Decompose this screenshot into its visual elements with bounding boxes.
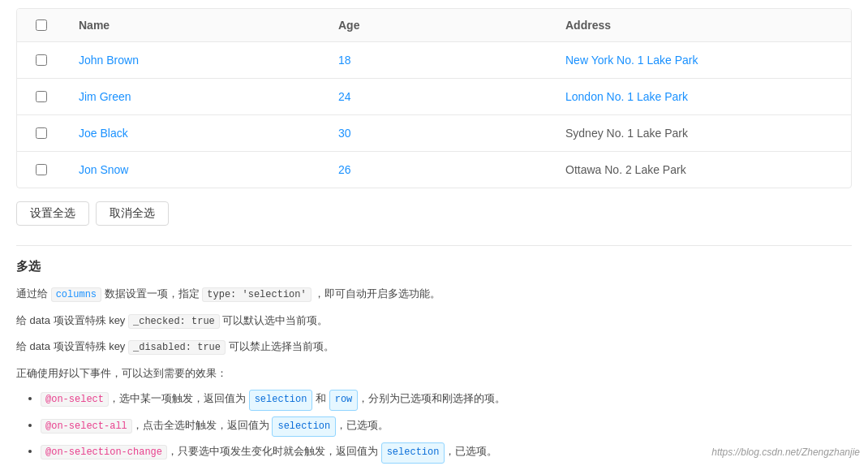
desc-para2-key: _checked: true <box>128 314 220 329</box>
header-checkbox-cell <box>17 9 66 42</box>
row-name: Joe Black <box>66 115 325 152</box>
row-name: Jon Snow <box>66 152 325 188</box>
table-row: Jon Snow26Ottawa No. 2 Lake Park <box>17 152 851 188</box>
row-age: 30 <box>325 115 552 152</box>
event-list-item: @on-select-all，点击全选时触发，返回值为 selection，已选… <box>41 416 852 438</box>
desc-para3-prefix: 给 data 项设置特殊 key <box>16 340 125 352</box>
row-name: Jim Green <box>66 79 325 115</box>
row-checkbox[interactable] <box>36 91 47 102</box>
desc-para1-type: type: 'selection' <box>202 287 311 302</box>
event-value: selection <box>272 416 336 438</box>
row-checkbox[interactable] <box>36 54 47 66</box>
desc-para3: 给 data 项设置特殊 key _disabled: true 可以禁止选择当… <box>16 337 852 357</box>
desc-para1: 通过给 columns 数据设置一项，指定 type: 'selection' … <box>16 284 852 304</box>
header-address: Address <box>552 9 851 42</box>
table-row: Joe Black30Sydney No. 1 Lake Park <box>17 115 851 152</box>
button-row: 设置全选 取消全选 <box>16 201 852 226</box>
event-tag: @on-select-all <box>41 419 132 434</box>
desc-para1-suffix: ，即可自动开启多选功能。 <box>314 287 440 300</box>
event-value2: row <box>329 390 359 411</box>
desc-para2-prefix: 给 data 项设置特殊 key <box>16 314 125 326</box>
event-list-item: @on-select，选中某一项触发，返回值为 selection 和 row，… <box>41 389 852 411</box>
select-all-button[interactable]: 设置全选 <box>16 201 89 226</box>
row-checkbox-cell <box>17 42 66 79</box>
desc-para2-suffix: 可以默认选中当前项。 <box>222 314 328 326</box>
name-link[interactable]: Joe Black <box>79 127 128 140</box>
name-link[interactable]: Jon Snow <box>79 163 128 176</box>
row-age: 24 <box>325 79 552 115</box>
row-checkbox-cell <box>17 152 66 188</box>
desc-para4: 正确使用好以下事件，可以达到需要的效果： <box>16 364 852 382</box>
desc-title: 多选 <box>16 259 852 274</box>
table-container: Name Age Address John Brown18New York No… <box>16 8 852 188</box>
data-table: Name Age Address John Brown18New York No… <box>17 9 851 188</box>
desc-para3-key: _disabled: true <box>128 340 226 355</box>
header-age: Age <box>325 9 552 42</box>
select-all-checkbox[interactable] <box>36 19 47 31</box>
row-checkbox-cell <box>17 79 66 115</box>
row-address: Ottawa No. 2 Lake Park <box>552 152 851 188</box>
desc-para2: 给 data 项设置特殊 key _checked: true 可以默认选中当前… <box>16 311 852 331</box>
event-value: selection <box>249 390 313 411</box>
row-address: New York No. 1 Lake Park <box>552 42 851 79</box>
event-tag: @on-selection-change <box>41 445 167 460</box>
row-address: Sydney No. 1 Lake Park <box>552 115 851 152</box>
row-age: 26 <box>325 152 552 188</box>
description-section: 多选 通过给 columns 数据设置一项，指定 type: 'selectio… <box>16 245 852 464</box>
watermark: https://blog.csdn.net/Zhengzhanjie <box>711 447 860 458</box>
table-row: John Brown18New York No. 1 Lake Park <box>17 42 851 79</box>
desc-para1-prefix: 通过给 <box>16 287 48 300</box>
cancel-all-button[interactable]: 取消全选 <box>96 201 169 226</box>
row-address: London No. 1 Lake Park <box>552 79 851 115</box>
desc-para3-suffix: 可以禁止选择当前项。 <box>229 340 334 352</box>
event-value: selection <box>381 442 445 464</box>
name-link[interactable]: Jim Green <box>79 90 131 103</box>
desc-para1-columns: columns <box>51 287 101 302</box>
row-age: 18 <box>325 42 552 79</box>
event-tag: @on-select <box>41 392 109 407</box>
desc-para1-mid: 数据设置一项，指定 <box>105 287 200 300</box>
header-name: Name <box>66 9 325 42</box>
row-checkbox[interactable] <box>36 164 47 175</box>
row-checkbox[interactable] <box>36 127 47 139</box>
name-link[interactable]: John Brown <box>79 54 139 67</box>
row-name: John Brown <box>66 42 325 79</box>
table-row: Jim Green24London No. 1 Lake Park <box>17 79 851 115</box>
row-checkbox-cell <box>17 115 66 152</box>
